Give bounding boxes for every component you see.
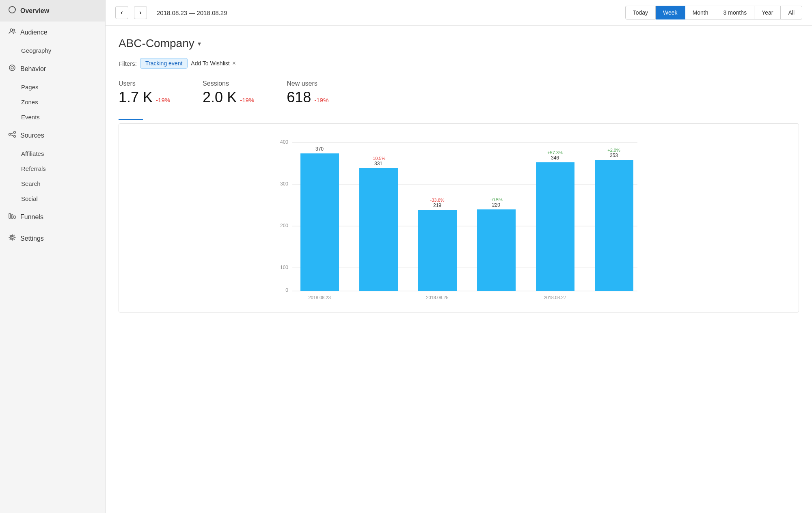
svg-point-13 [11,237,13,239]
chart-container: 400 300 200 100 0 [119,123,799,313]
sidebar-item-pages[interactable]: Pages [0,80,105,95]
bar-6 [595,160,633,291]
svg-text:2018.08.25: 2018.08.25 [426,295,448,300]
stat-new-users-value: 618 [287,89,311,106]
svg-line-8 [11,133,14,134]
svg-text:353: 353 [610,153,618,158]
stat-users-value-row: 1.7 K -19% [119,89,170,106]
svg-point-2 [13,29,15,31]
sidebar-item-settings[interactable]: Settings [0,228,105,249]
company-title: ABC-Company ▾ [119,37,799,50]
stat-sessions-value-row: 2.0 K -19% [203,89,254,106]
svg-line-9 [11,135,14,136]
sidebar-item-affiliates[interactable]: Affiliates [0,146,105,161]
svg-text:-33.8%: -33.8% [430,198,445,203]
company-dropdown-icon[interactable]: ▾ [198,40,201,47]
stat-new-users-value-row: 618 -19% [287,89,328,106]
svg-text:400: 400 [280,139,288,145]
svg-text:300: 300 [280,181,288,187]
sidebar-item-behavior[interactable]: Behavior [0,58,105,80]
sidebar-item-overview[interactable]: Overview [0,0,105,22]
sidebar-item-events[interactable]: Events [0,110,105,125]
content-area: ABC-Company ▾ Filters: Tracking event Ad… [106,26,812,513]
sidebar-item-geography-label: Geography [21,47,51,54]
filters-row: Filters: Tracking event Add To Wishlist … [119,58,799,69]
stat-new-users: New users 618 -19% [287,80,328,106]
period-month[interactable]: Month [685,6,716,19]
svg-text:220: 220 [492,202,500,208]
sidebar-item-geography[interactable]: Geography [0,43,105,58]
stat-new-users-label: New users [287,80,328,87]
period-today[interactable]: Today [625,6,656,19]
svg-point-4 [11,67,13,69]
stat-users-value: 1.7 K [119,89,153,106]
svg-text:-10.5%: -10.5% [371,156,386,161]
stat-sessions-value: 2.0 K [203,89,237,106]
svg-point-6 [14,131,16,134]
sidebar-item-referrals[interactable]: Referrals [0,161,105,176]
stat-users-delta: -19% [156,97,170,103]
period-year[interactable]: Year [754,6,781,19]
sidebar-item-sources[interactable]: Sources [0,125,105,146]
filter-value: Add To Wishlist × [191,60,236,67]
sidebar: Overview Audience Geography Behavior Pag… [0,0,106,513]
svg-point-7 [14,136,16,138]
stat-new-users-delta: -19% [314,97,328,103]
date-range-display: 2018.08.23 — 2018.08.29 [157,9,227,16]
period-buttons: Today Week Month 3 months Year All [625,6,802,19]
period-3months[interactable]: 3 months [716,6,755,19]
stat-users-label: Users [119,80,170,87]
sidebar-item-social-label: Social [21,195,38,202]
period-all[interactable]: All [781,6,802,19]
svg-text:346: 346 [551,155,559,161]
funnels-icon [8,212,16,222]
svg-text:2018.08.23: 2018.08.23 [308,295,330,300]
period-week[interactable]: Week [656,6,685,19]
stats-row: Users 1.7 K -19% Sessions 2.0 K -19% New… [119,80,799,106]
tab-underline [119,119,143,120]
prev-button[interactable]: ‹ [115,6,128,19]
stat-sessions-label: Sessions [203,80,254,87]
bar-3 [418,210,457,291]
svg-point-5 [9,134,11,136]
sidebar-item-funnels-label: Funnels [20,213,43,221]
settings-icon [8,233,16,244]
tracking-event-filter-chip[interactable]: Tracking event [140,58,188,69]
sidebar-item-zones[interactable]: Zones [0,95,105,110]
svg-text:+2.0%: +2.0% [607,148,620,153]
svg-text:100: 100 [280,265,288,270]
sidebar-item-sources-label: Sources [20,132,44,139]
sidebar-item-social[interactable]: Social [0,191,105,206]
svg-point-1 [10,29,13,31]
sidebar-item-search[interactable]: Search [0,176,105,191]
svg-point-3 [9,65,15,71]
filter-value-text: Add To Wishlist [191,60,229,67]
filters-label: Filters: [119,60,137,67]
sidebar-item-pages-label: Pages [21,84,39,91]
sidebar-item-referrals-label: Referrals [21,165,46,172]
svg-text:+0.5%: +0.5% [490,197,503,202]
sidebar-item-audience-label: Audience [20,29,48,36]
sidebar-item-funnels[interactable]: Funnels [0,206,105,228]
main-panel: ‹ › 2018.08.23 — 2018.08.29 Today Week M… [106,0,812,513]
svg-text:200: 200 [280,223,288,228]
stat-users: Users 1.7 K -19% [119,80,170,106]
svg-text:219: 219 [433,203,441,208]
bar-chart: 400 300 200 100 0 [125,134,792,304]
next-button[interactable]: › [134,6,147,19]
topbar: ‹ › 2018.08.23 — 2018.08.29 Today Week M… [106,0,812,26]
behavior-icon [8,64,16,74]
sidebar-item-behavior-label: Behavior [20,65,46,73]
overview-icon [8,6,16,16]
sidebar-item-audience[interactable]: Audience [0,22,105,43]
company-name: ABC-Company [119,37,194,50]
sources-icon [8,130,16,140]
bar-2 [359,168,398,291]
filter-remove-button[interactable]: × [232,60,236,67]
sidebar-item-search-label: Search [21,180,41,187]
sidebar-item-zones-label: Zones [21,99,38,106]
svg-text:331: 331 [374,161,382,166]
svg-rect-11 [11,215,13,218]
svg-rect-10 [9,213,11,218]
stat-sessions-delta: -19% [240,97,254,103]
